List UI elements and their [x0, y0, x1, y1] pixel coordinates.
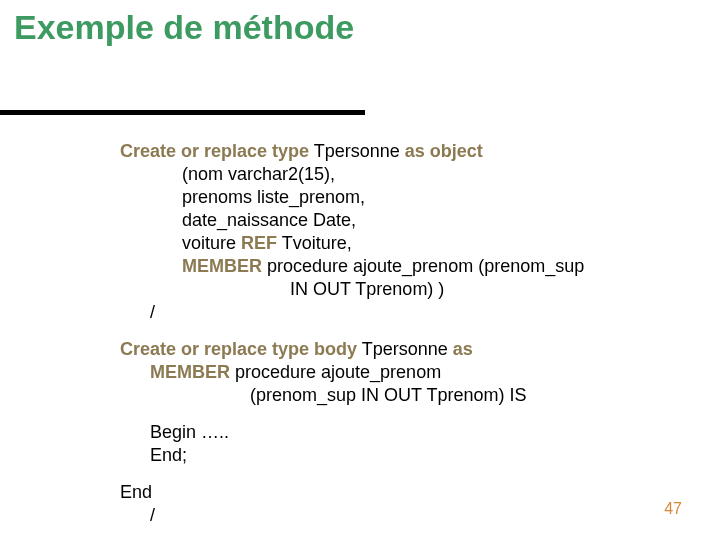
keyword: MEMBER [150, 362, 230, 382]
code-line: prenoms liste_prenom, [120, 186, 700, 209]
code-text: Tvoiture, [277, 233, 352, 253]
spacer [120, 467, 700, 481]
code-line: Create or replace type body Tpersonne as [120, 338, 700, 361]
code-text: procedure ajoute_prenom [230, 362, 441, 382]
page-number: 47 [664, 500, 682, 518]
code-line: IN OUT Tprenom) ) [120, 278, 700, 301]
code-text: End [120, 482, 152, 502]
code-text: / [150, 505, 155, 525]
spacer [120, 407, 700, 421]
keyword: as object [405, 141, 483, 161]
code-block: Create or replace type Tpersonne as obje… [120, 140, 700, 527]
keyword: Create or replace type [120, 141, 309, 161]
code-text: Tpersonne [309, 141, 405, 161]
spacer [120, 324, 700, 338]
keyword: as [453, 339, 473, 359]
code-text: prenoms liste_prenom, [182, 187, 365, 207]
divider [0, 110, 365, 115]
code-text: End; [150, 445, 187, 465]
code-text: procedure ajoute_prenom (prenom_sup [262, 256, 584, 276]
code-line: / [120, 504, 700, 527]
keyword: Create or replace type body [120, 339, 357, 359]
code-line: Begin ….. [120, 421, 700, 444]
code-line: Create or replace type Tpersonne as obje… [120, 140, 700, 163]
slide-title: Exemple de méthode [14, 8, 354, 47]
code-line: MEMBER procedure ajoute_prenom [120, 361, 700, 384]
code-line: (nom varchar2(15), [120, 163, 700, 186]
code-text: (prenom_sup IN OUT Tprenom) IS [250, 385, 526, 405]
code-text: IN OUT Tprenom) ) [290, 279, 444, 299]
keyword: REF [241, 233, 277, 253]
code-text: (nom varchar2(15), [182, 164, 335, 184]
code-text: Tpersonne [357, 339, 453, 359]
code-line: date_naissance Date, [120, 209, 700, 232]
code-line: End; [120, 444, 700, 467]
code-line: MEMBER procedure ajoute_prenom (prenom_s… [120, 255, 700, 278]
code-text: voiture [182, 233, 241, 253]
code-text: date_naissance Date, [182, 210, 356, 230]
code-line: / [120, 301, 700, 324]
code-text: / [150, 302, 155, 322]
code-line: voiture REF Tvoiture, [120, 232, 700, 255]
code-line: End [120, 481, 700, 504]
code-text: Begin ….. [150, 422, 229, 442]
code-line: (prenom_sup IN OUT Tprenom) IS [120, 384, 700, 407]
keyword: MEMBER [182, 256, 262, 276]
slide: Exemple de méthode Create or replace typ… [0, 0, 720, 540]
